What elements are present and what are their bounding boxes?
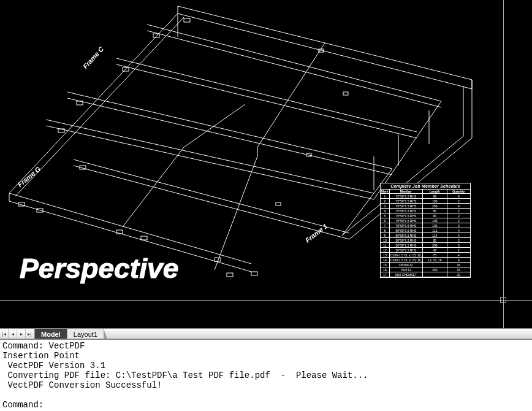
schedule-col-length: Length <box>423 190 447 193</box>
cell-mark: 15 <box>381 263 390 267</box>
svg-line-27 <box>184 104 245 147</box>
schedule-row: 1250*50*1.5 RHS472 <box>381 248 470 253</box>
crosshair-pickbox <box>500 297 506 303</box>
cell-mark: 9 <box>381 233 390 237</box>
schedule-row: 950*50*1.5 RHS1144 <box>381 233 470 238</box>
cell-length: 105 <box>423 218 447 223</box>
cell-qty: 4 <box>447 253 470 257</box>
cell-qty: 2 <box>447 213 470 218</box>
command-text: Command: VectPDF Insertion Point VectPDF… <box>2 341 368 410</box>
cell-length: 193 <box>423 199 447 203</box>
cell-length: 208 <box>423 243 447 247</box>
schedule-row: 775*50*1.5 RHS1022 <box>381 223 470 228</box>
tab-nav-buttons: |◂ ◂ ▸ ▸| <box>0 329 35 339</box>
cell-qty: 16 <box>447 263 470 267</box>
schedule-row: 1675x5 FL25016 <box>381 267 470 272</box>
tab-nav-prev[interactable]: ◂ <box>9 329 17 339</box>
cell-qty: 32 <box>447 272 470 277</box>
cell-qty: 4 <box>447 233 470 237</box>
svg-rect-39 <box>227 273 233 277</box>
schedule-row: 575*50*1.5 RHS662 <box>381 213 470 218</box>
cell-qty: 5 <box>447 243 470 247</box>
cell-mark: 14 <box>381 258 390 262</box>
schedule-row: 17M10 CHEMSET32 <box>381 272 470 277</box>
cell-mark: 2 <box>381 199 390 203</box>
cell-length <box>423 272 447 277</box>
layout-tab-bar: |◂ ◂ ▸ ▸| Model Layout1 <box>0 328 532 339</box>
cell-length: 250 <box>423 267 447 272</box>
cell-qty: 4 <box>447 228 470 232</box>
schedule-header: Mark Member Length Quantity <box>381 190 470 194</box>
cell-mark: 10 <box>381 238 390 242</box>
cell-member: CB300-12 <box>390 263 423 267</box>
tab-model[interactable]: Model <box>35 329 67 339</box>
crosshair-horizontal <box>0 300 532 301</box>
cell-length: 47 <box>423 248 447 252</box>
cell-mark: 17 <box>381 272 390 277</box>
svg-rect-48 <box>343 92 348 95</box>
cell-mark: 16 <box>381 267 390 272</box>
tab-nav-last[interactable]: ▸| <box>26 329 34 339</box>
svg-rect-50 <box>276 202 281 205</box>
cell-mark: 8 <box>381 228 390 232</box>
svg-line-1 <box>178 13 472 89</box>
cell-length: 12, 15, 16 <box>423 258 447 262</box>
cell-member: 50*50*1.5 RHS <box>390 248 423 252</box>
cell-length <box>423 263 447 267</box>
cell-length: 75 <box>423 253 447 257</box>
cell-mark: 12 <box>381 248 390 252</box>
schedule-col-member: Member <box>390 190 423 193</box>
cell-mark: 1 <box>381 194 390 198</box>
cell-member: 75*50*1.5 RHS <box>390 223 423 228</box>
view-label: Perspective <box>20 253 178 284</box>
svg-line-28 <box>123 147 184 227</box>
cell-qty: 2 <box>447 238 470 242</box>
cell-member: 75*50*1.5 RHS <box>390 199 423 203</box>
cell-member: 75*50*1.5 RHS <box>390 209 423 213</box>
cell-length: 114 <box>423 233 447 237</box>
command-window[interactable]: Command: VectPDF Insertion Point VectPDF… <box>0 339 532 411</box>
schedule-row: 1050*50*1.5 RHS852 <box>381 238 470 243</box>
cell-member: M10 CHEMSET <box>390 272 423 277</box>
cell-qty: 2 <box>447 223 470 228</box>
drawing-viewport[interactable]: Frame C Frame G Frame 1 Perspective Comp… <box>0 0 532 328</box>
schedule-row: 375*50*1.5 RHS2064 <box>381 204 470 209</box>
schedule-row: 275*50*1.5 RHS1932 <box>381 199 470 204</box>
svg-line-15 <box>147 31 441 107</box>
cell-member: 50*50*1.5 RHS <box>390 228 423 232</box>
tab-nav-first[interactable]: |◂ <box>0 329 9 339</box>
tab-layout1[interactable]: Layout1 <box>67 329 104 339</box>
cell-qty: 2 <box>447 199 470 203</box>
cell-length: 96 <box>423 209 447 213</box>
tab-nav-next[interactable]: ▸ <box>17 329 26 339</box>
schedule-row: 175*50*1.5 RHS894 <box>381 194 470 199</box>
cell-qty: 4 <box>447 204 470 208</box>
cell-length: 66 <box>423 213 447 218</box>
cell-member: 75*50*1.5 RHS <box>390 204 423 208</box>
schedule-row: 475*50*1.5 RHS962 <box>381 209 470 213</box>
svg-line-22 <box>74 159 349 233</box>
svg-line-23 <box>74 166 349 239</box>
schedule-col-qty: Quantity <box>447 190 470 193</box>
cell-qty: 4 <box>447 258 470 262</box>
svg-line-17 <box>116 64 417 138</box>
cell-qty: 2 <box>447 209 470 213</box>
cell-member: 50*50*1.5 RHS <box>390 233 423 237</box>
cell-mark: 11 <box>381 243 390 247</box>
cell-member: 75*50*1.5 RHS <box>390 194 423 198</box>
schedule-title: Complete Job Member Schedule <box>381 183 470 190</box>
cell-member: 75*50*1.5 RHS <box>390 213 423 218</box>
cell-mark: 5 <box>381 213 390 218</box>
cell-mark: 7 <box>381 223 390 228</box>
svg-line-14 <box>147 25 441 101</box>
cell-member: C100-1.5 OL to 15, 16, 17 <box>390 258 423 262</box>
svg-rect-38 <box>215 258 221 261</box>
cell-qty: 4 <box>447 194 470 198</box>
cell-length: 102 <box>423 223 447 228</box>
svg-line-19 <box>67 98 392 175</box>
svg-line-21 <box>46 126 374 199</box>
cell-member: 50*50*1.5 RHS <box>390 243 423 247</box>
cell-member: 50*50*1.5 RHS <box>390 238 423 242</box>
cell-qty: 2 <box>447 248 470 252</box>
schedule-row: 15CB300-1216 <box>381 263 470 267</box>
